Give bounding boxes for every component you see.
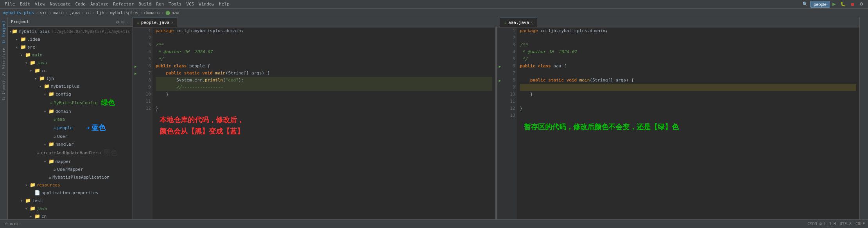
tree-arrow-domain: ▾ <box>44 109 48 114</box>
editor-scroll-right[interactable]: ▶ ▶ 1 2 3 4 <box>497 27 860 219</box>
tree-item-usermapper[interactable]: ▸ ☕ UserMapper <box>8 165 133 173</box>
debug-button[interactable]: 🐛 <box>838 1 848 7</box>
settings-button[interactable]: ⚙ <box>857 1 866 7</box>
linenum-r2: 2 <box>504 34 515 42</box>
breadcrumb-java[interactable]: java <box>70 10 80 15</box>
menu-item-build[interactable]: Build <box>136 2 154 7</box>
tab-aaa-java[interactable]: ☕ aaa.java × <box>500 18 537 27</box>
breadcrumb-ljh[interactable]: ljh <box>97 10 104 15</box>
project-tree: ▾ 📁 mybatis-plus F:/myCode2024/MyBatisPl… <box>8 27 133 219</box>
code-area-right: ▶ ▶ 1 2 3 4 <box>497 27 860 219</box>
breadcrumb-cn[interactable]: cn <box>86 10 91 15</box>
code-content-left[interactable]: package cn.ljh.mybatisplus.domain; /** *… <box>152 27 495 219</box>
code-content-right[interactable]: package cn.ljh.mybatisplus.domain; /** *… <box>517 27 860 219</box>
menu-item-vcs[interactable]: VCS <box>184 2 196 7</box>
tree-item-cn[interactable]: ▾ 📁 cn <box>8 67 133 74</box>
gutter-r9 <box>497 84 503 91</box>
right-editor-annotation: 暂存区的代码，修改后颜色不会变，还是【绿】色 <box>520 119 857 135</box>
editor-scroll-left[interactable]: ▶ ▶ 1 2 3 4 5 <box>133 27 495 219</box>
menu-item-code[interactable]: Code <box>73 2 88 7</box>
run-gutter-r8[interactable]: ▶ <box>499 78 501 83</box>
code-line-r10: } <box>520 91 857 98</box>
tree-item-handler[interactable]: ▾ 📁 handler <box>8 140 133 148</box>
run-gutter-6[interactable]: ▶ <box>135 64 137 69</box>
breadcrumb-mybatis-plus[interactable]: mybatis-plus <box>3 10 34 15</box>
tree-item-mapper[interactable]: ▾ 📁 mapper <box>8 157 133 165</box>
tree-folder-test-icon: 📁 <box>25 198 31 203</box>
right-sidebar-strip <box>859 17 868 219</box>
tree-label-src: src <box>27 45 35 50</box>
tree-item-domain[interactable]: ▾ 📁 domain <box>8 107 133 115</box>
breadcrumb-main[interactable]: main <box>54 10 64 15</box>
code-line-r1: package cn.ljh.mybatisplus.domain; <box>520 27 857 34</box>
stop-button[interactable]: ⏹ <box>848 1 857 7</box>
run-gutter-7[interactable]: ▶ <box>135 71 137 76</box>
tree-item-idea[interactable]: ▸ 📁 .idea <box>8 35 133 43</box>
tree-arrow-config: ▾ <box>44 92 48 96</box>
status-linesep[interactable]: CRLF <box>855 222 865 226</box>
menu-item-file[interactable]: File <box>2 2 18 7</box>
arrow-to-black: ➜ <box>98 149 102 157</box>
project-close-icon[interactable]: − <box>127 19 129 25</box>
tree-item-main[interactable]: ▾ 📁 main <box>8 51 133 59</box>
menu-item-view[interactable]: View <box>32 2 48 7</box>
menu-item-help[interactable]: Help <box>217 2 232 7</box>
tree-item-java[interactable]: ▾ 📁 java <box>8 59 133 67</box>
linenum-r8: 8 <box>504 77 515 84</box>
menu-item-run[interactable]: Run <box>154 2 166 7</box>
tree-item-mybatisplus[interactable]: ▾ 📁 mybatisplus <box>8 82 133 90</box>
line-numbers-left: 1 2 3 4 5 6 7 8 9 10 11 12 <box>138 27 152 219</box>
tree-item-resources[interactable]: ▾ 📁 resources <box>8 181 133 189</box>
run-config-selector[interactable]: people <box>810 1 830 8</box>
gutter-12 <box>133 105 138 112</box>
linenum-9: 9 <box>140 84 151 91</box>
editor-pane-right: ▶ ▶ 1 2 3 4 <box>497 27 860 219</box>
tree-item-mybatisplusapp[interactable]: ▸ ☕ MybatisPlusApplication <box>8 173 133 181</box>
tree-item-createandupdatehandler[interactable]: ▸ ☕ createAndUpdateHandler <box>8 149 98 157</box>
breadcrumb-aaa-label[interactable]: aaa <box>172 10 179 15</box>
code-line-8: System.err.println("aaa"); <box>156 77 492 84</box>
menu-item-tools[interactable]: Tools <box>166 2 184 7</box>
run-gutter-r6[interactable]: ▶ <box>499 64 501 69</box>
project-gear-icon[interactable]: ⚙ <box>116 19 119 25</box>
status-encoding[interactable]: UTF-8 <box>840 222 852 226</box>
tree-java-aaa-icon: ☕ <box>53 116 56 122</box>
tree-item-src[interactable]: ▾ 📁 src <box>8 43 133 51</box>
tree-item-user[interactable]: ▸ ☕ User <box>8 132 133 140</box>
tree-item-java-test[interactable]: ▾ 📁 java <box>8 204 133 212</box>
tree-label-cn: cn <box>41 68 47 73</box>
breadcrumb-mybatisplus[interactable]: mybatisplus <box>110 10 138 15</box>
tree-item-ljh[interactable]: ▾ 📁 ljh <box>8 74 133 82</box>
tree-item-appprops[interactable]: ▸ 📄 application.properties <box>8 189 133 197</box>
menu-item-edit[interactable]: Edit <box>18 2 33 7</box>
tree-label-handler: handler <box>56 142 74 147</box>
menu-item-refactor[interactable]: Refactor <box>111 2 136 7</box>
menu-item-window[interactable]: Window <box>196 2 217 7</box>
menu-item-navigate[interactable]: Navigate <box>48 2 73 7</box>
tree-item-mybatisplusconfig[interactable]: ▸ ☕ MyBatisPlusConfig <box>8 99 98 107</box>
tree-item-aaa[interactable]: ▸ ☕ aaa <box>8 115 133 123</box>
sidebar-tab-commit[interactable]: 3: Commit <box>2 78 6 103</box>
gutter-3 <box>133 42 138 49</box>
run-button[interactable]: ▶ <box>830 1 838 7</box>
tree-arrow-test: ▾ <box>20 199 25 203</box>
breadcrumb-src[interactable]: src <box>40 10 48 15</box>
sidebar-tab-project[interactable]: 1: Project <box>2 19 6 45</box>
tree-item-mybatis-plus[interactable]: ▾ 📁 mybatis-plus F:/myCode2024/MyBatisPl… <box>8 27 133 35</box>
sidebar-tab-structure[interactable]: 2: Structure <box>2 46 6 78</box>
search-everywhere-icon[interactable]: 🔍 <box>800 2 810 7</box>
tab-people-close[interactable]: × <box>171 20 173 25</box>
breadcrumb-aaa[interactable]: ⬤ <box>165 10 170 15</box>
tree-item-people[interactable]: ▸ ☕ people <box>8 124 86 132</box>
tree-item-test[interactable]: ▾ 📁 test <box>8 197 133 204</box>
tab-aaa-close[interactable]: × <box>531 20 533 25</box>
breadcrumb-domain[interactable]: domain <box>144 10 160 15</box>
tab-people-java[interactable]: ☕ people.java × <box>133 18 178 27</box>
project-layout-icon[interactable]: ⊞ <box>122 19 124 25</box>
tree-item-config[interactable]: ▾ 📁 config <box>8 90 133 98</box>
tree-folder-domain-icon: 📁 <box>48 109 54 114</box>
menu-item-analyze[interactable]: Analyze <box>88 2 111 7</box>
linenum-r13: 13 <box>504 112 515 119</box>
status-branch[interactable]: ⎇ main <box>3 222 20 226</box>
tree-item-cn-test[interactable]: ▾ 📁 cn <box>8 212 133 219</box>
